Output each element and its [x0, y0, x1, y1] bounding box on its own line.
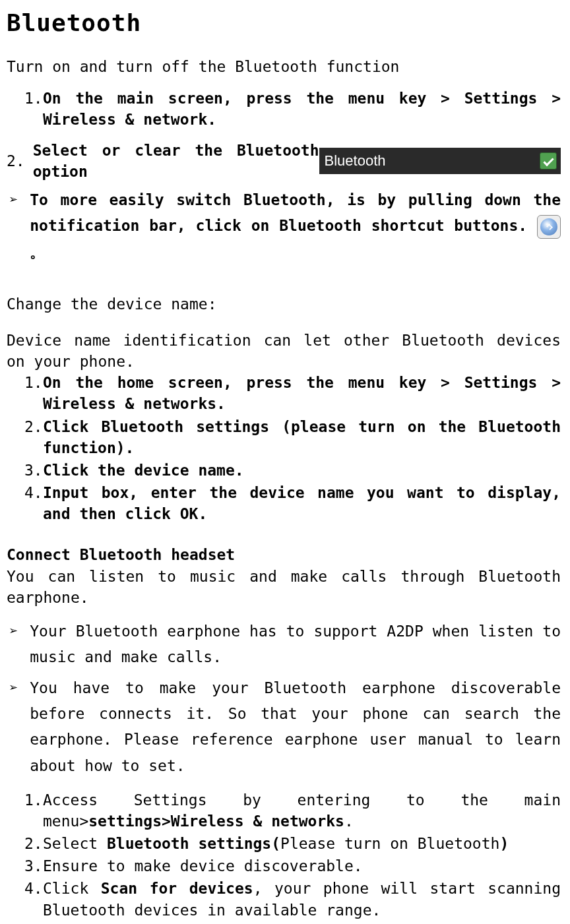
arrow-icon: ➢: [9, 675, 18, 700]
sec3-tip2-text: You have to make your Bluetooth earphone…: [30, 675, 561, 778]
sec3-intro: You can listen to music and make calls t…: [7, 566, 561, 608]
arrow-icon: ➢: [9, 619, 18, 643]
text-bold: Bluetooth settings(: [107, 835, 280, 852]
bluetooth-label: Bluetooth: [325, 151, 386, 171]
sec3-step3: Ensure to make device discoverable.: [43, 855, 561, 877]
sec2-step2: Click Bluetooth settings (please turn on…: [43, 416, 561, 458]
text: Select: [43, 835, 107, 852]
sec3-tip1: ➢ Your Bluetooth earphone has to support…: [7, 619, 561, 670]
page-title: Bluetooth: [7, 7, 561, 40]
sec1-step1: On the main screen, press the menu key >…: [43, 88, 561, 130]
section-change-name: Change the device name:: [7, 293, 561, 315]
list-number: 2.: [7, 150, 25, 171]
sec1-tip-suffix: 。: [30, 243, 45, 261]
sec2-step4: Input box, enter the device name you wan…: [43, 482, 561, 524]
sec2-intro: Device name identification can let other…: [7, 330, 561, 372]
sec1-step2: 2. Select or clear the Bluetooth option …: [7, 140, 561, 182]
text-bold: Scan for devices: [101, 880, 253, 897]
sec3-tip1-text: Your Bluetooth earphone has to support A…: [30, 619, 561, 670]
checkbox-checked-icon: [540, 152, 557, 169]
text-bold: settings>Wireless & networks: [88, 813, 344, 830]
sec1-step2-text: Select or clear the Bluetooth option: [33, 140, 319, 182]
sec2-step1: On the home screen, press the menu key >…: [43, 372, 561, 414]
arrow-icon: ➢: [9, 187, 18, 212]
sec2-step3: Click the device name.: [43, 460, 561, 481]
text: Click: [43, 880, 101, 897]
sec1-tip-text: To more easily switch Bluetooth, is by p…: [30, 191, 561, 234]
sec3-tip2: ➢ You have to make your Bluetooth earpho…: [7, 675, 561, 778]
section-connect-headset: Connect Bluetooth headset: [7, 544, 561, 565]
bluetooth-shortcut-icon: [537, 215, 561, 239]
section-turn-on-off: Turn on and turn off the Bluetooth funct…: [7, 56, 561, 77]
sec3-step1: Access Settings by entering to the main …: [43, 789, 561, 832]
text: .: [344, 813, 354, 830]
sec3-step4: Click Scan for devices, your phone will …: [43, 878, 561, 920]
sec1-tip: ➢ To more easily switch Bluetooth, is by…: [7, 187, 561, 264]
text-bold: ): [499, 835, 509, 852]
sec3-step2: Select Bluetooth settings(Please turn on…: [43, 833, 561, 854]
bluetooth-settings-widget: Bluetooth: [319, 148, 561, 174]
text: Please turn on Bluetooth: [280, 835, 499, 852]
